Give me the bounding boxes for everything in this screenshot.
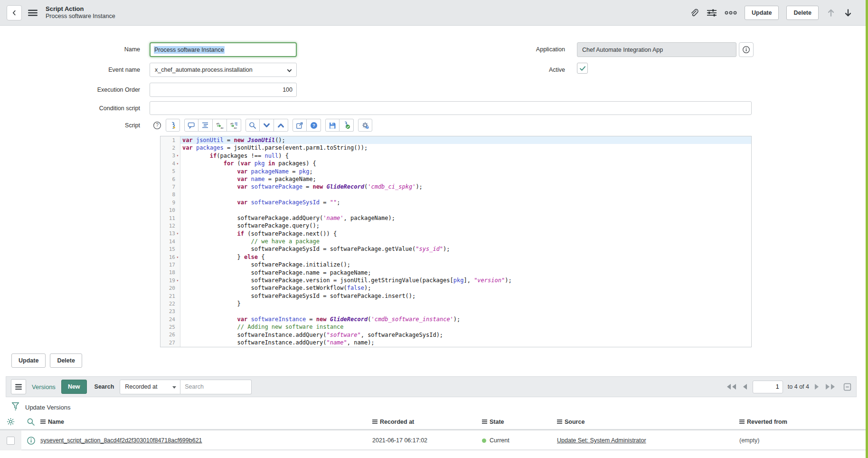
code-text[interactable]: var softwarePackageSysId = "";	[180, 199, 751, 206]
code-text[interactable]: var jsonUtil = new JsonUtil();	[180, 136, 751, 144]
format-code-button[interactable]	[198, 119, 213, 132]
column-menu-icon[interactable]	[40, 420, 46, 424]
open-window-button[interactable]	[292, 119, 307, 132]
code-line[interactable]: 9 var softwarePackageSysId = "";	[160, 199, 751, 206]
source-link[interactable]: Update Set: System Administrator	[557, 437, 646, 444]
attachment-paperclip-icon[interactable]	[690, 8, 699, 17]
column-menu-icon[interactable]	[557, 420, 562, 424]
find-button[interactable]	[245, 119, 260, 132]
code-text[interactable]: // Adding new software instance	[180, 323, 751, 331]
code-text[interactable]: softwarePackage.query();	[180, 222, 751, 229]
column-header-recorded-at[interactable]: Recorded at	[372, 419, 482, 425]
code-text[interactable]: softwareInstance.addQuery("name", name);	[180, 339, 751, 346]
code-text[interactable]: softwarePackage.setWorkflow(false);	[180, 284, 751, 292]
previous-record-arrow-icon[interactable]	[826, 8, 836, 18]
application-info-button[interactable]	[739, 42, 754, 57]
code-text[interactable]: softwarePackage.initialize();	[180, 261, 751, 268]
code-text[interactable]: softwarePackage.version = jsonUtil.getSt…	[180, 277, 751, 284]
search-field-select[interactable]: Recorded at	[120, 380, 180, 394]
code-line[interactable]: 10	[160, 207, 751, 214]
code-line[interactable]: 1var jsonUtil = new JsonUtil();	[160, 136, 751, 144]
code-line[interactable]: 24 var softwareInstance = new GlideRecor…	[160, 315, 751, 323]
code-text[interactable]: } else {	[180, 253, 751, 261]
code-text[interactable]: for (var pkg in packages) {	[180, 160, 751, 167]
code-line[interactable]: 4▾ for (var pkg in packages) {	[160, 160, 751, 167]
code-line[interactable]: 2var packages = jsonUtil.parse(event.par…	[160, 144, 751, 152]
column-header-reverted-from[interactable]: Reverted from	[739, 419, 866, 425]
update-button[interactable]: Update	[745, 6, 779, 20]
column-menu-icon[interactable]	[482, 420, 487, 424]
code-text[interactable]: if (softwarePackage.next()) {	[180, 230, 751, 238]
active-checkbox[interactable]	[577, 63, 588, 74]
code-line[interactable]: 6 var name = packageName;	[160, 175, 751, 183]
code-line[interactable]: 18 softwarePackage.name = packageName;	[160, 269, 751, 277]
comment-button[interactable]	[184, 119, 198, 132]
replace-button[interactable]: abac	[213, 119, 227, 132]
save-button[interactable]	[325, 119, 340, 132]
column-menu-icon[interactable]	[739, 420, 745, 424]
code-text[interactable]: }	[180, 300, 751, 307]
versions-tab-label[interactable]: Versions	[32, 383, 56, 391]
list-search-icon[interactable]	[21, 418, 40, 426]
code-line[interactable]: 3▾ if(packages !== null) {	[160, 152, 751, 160]
script-help-icon[interactable]: ?	[153, 121, 161, 130]
code-line[interactable]: 14 // we have a package	[160, 238, 751, 245]
code-line[interactable]: 8	[160, 191, 751, 199]
script-code-editor[interactable]: 1var jsonUtil = new JsonUtil();2var pack…	[160, 136, 752, 347]
filter-funnel-icon[interactable]	[11, 402, 19, 413]
code-text[interactable]: softwarePackage.name = packageName;	[180, 269, 751, 277]
code-text[interactable]: var packageName = pkg;	[180, 168, 751, 175]
new-version-button[interactable]: New	[61, 380, 87, 394]
code-text[interactable]: var softwareInstance = new GlideRecord('…	[180, 315, 751, 323]
last-page-icon[interactable]	[824, 383, 836, 390]
code-line[interactable]: 15 softwarePackageSysId = softwarePackag…	[160, 245, 751, 253]
delete-button[interactable]: Delete	[786, 6, 819, 20]
code-text[interactable]: if(packages !== null) {	[180, 152, 751, 160]
code-text[interactable]: softwareInstance.addQuery("software", so…	[180, 331, 751, 339]
code-text[interactable]: var name = packageName;	[180, 175, 751, 183]
event-name-select[interactable]: x_chef_automate.process.installation	[150, 63, 297, 77]
replace-all-button[interactable]: abac	[227, 119, 241, 132]
code-line[interactable]: 12 softwarePackage.query();	[160, 222, 751, 229]
find-next-button[interactable]	[260, 119, 274, 132]
code-line[interactable]: 19▾ softwarePackage.version = jsonUtil.g…	[160, 277, 751, 284]
code-line[interactable]: 7 var softwarePackage = new GlideRecord(…	[160, 183, 751, 191]
next-page-icon[interactable]	[814, 383, 820, 390]
execution-order-input[interactable]	[150, 83, 297, 97]
code-line[interactable]: 13▾ if (softwarePackage.next()) {	[160, 230, 751, 238]
code-line[interactable]: 16▾ } else {	[160, 253, 751, 261]
code-text[interactable]	[180, 191, 751, 199]
code-line[interactable]: 27 softwareInstance.addQuery("name", nam…	[160, 339, 751, 346]
list-search-input[interactable]	[180, 380, 252, 394]
condition-script-input[interactable]	[150, 101, 752, 115]
code-line[interactable]: 20 softwarePackage.setWorkflow(false);	[160, 284, 751, 292]
code-line[interactable]: 22 }	[160, 300, 751, 307]
more-options-icon[interactable]	[725, 11, 737, 15]
name-input[interactable]: Process software Instance	[150, 42, 297, 57]
code-line[interactable]: 17 softwarePackage.initialize();	[160, 261, 751, 268]
column-header-state[interactable]: State	[482, 419, 557, 425]
breadcrumb-text[interactable]: Update Versions	[25, 404, 70, 411]
code-text[interactable]: var packages = jsonUtil.parse(event.parm…	[180, 144, 751, 152]
find-previous-button[interactable]	[274, 119, 288, 132]
back-button[interactable]	[7, 5, 22, 20]
column-header-name[interactable]: Name	[40, 419, 372, 425]
footer-delete-button[interactable]: Delete	[50, 353, 82, 368]
code-text[interactable]: softwarePackageSysId = softwarePackage.g…	[180, 245, 751, 253]
row-checkbox[interactable]	[7, 437, 15, 445]
code-text[interactable]	[180, 207, 751, 214]
first-page-icon[interactable]	[726, 383, 737, 390]
collapse-list-icon[interactable]	[843, 383, 851, 391]
code-text[interactable]: softwarePackageSysId = softwarePackage.i…	[180, 292, 751, 300]
previous-page-icon[interactable]	[742, 383, 748, 390]
code-line[interactable]: 21 softwarePackageSysId = softwarePackag…	[160, 292, 751, 300]
code-text[interactable]: softwarePackage.addQuery('name', package…	[180, 214, 751, 222]
column-menu-icon[interactable]	[372, 420, 377, 424]
syntax-check-button[interactable]	[340, 119, 354, 132]
column-header-source[interactable]: Source	[557, 419, 739, 425]
code-line[interactable]: 26 softwareInstance.addQuery("software",…	[160, 331, 751, 339]
code-line[interactable]: 5 var packageName = pkg;	[160, 168, 751, 175]
page-number-input[interactable]	[753, 381, 783, 393]
debug-button[interactable]: ?	[358, 119, 372, 132]
editor-help-button[interactable]: ?	[307, 119, 321, 132]
